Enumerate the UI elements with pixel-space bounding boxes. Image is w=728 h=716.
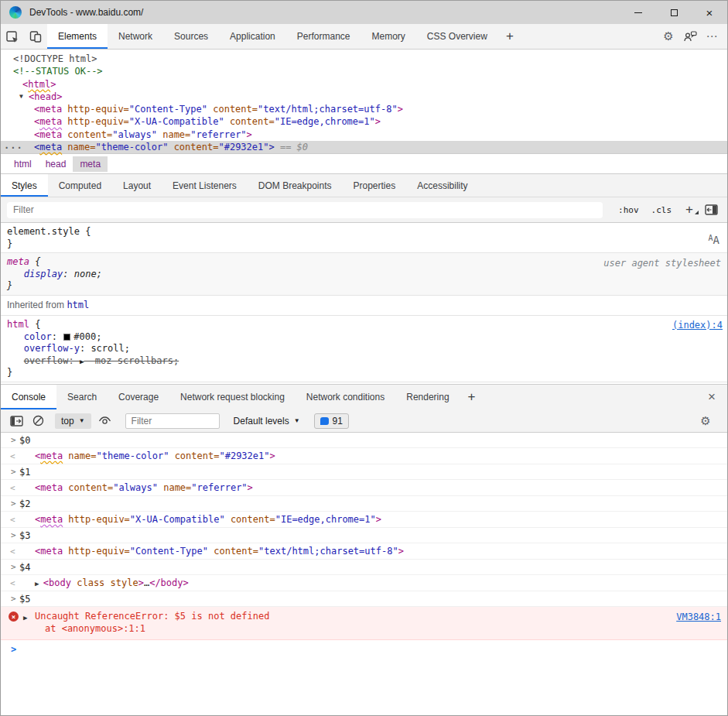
styles-filter-input[interactable] [7,202,603,218]
computed-styles-sidebar-icon[interactable] [701,204,721,215]
elements-sidebar-tab-bar: Styles Computed Layout Event Listeners D… [1,173,727,197]
console-input-row[interactable]: >$5 [1,591,727,607]
tab-performance[interactable]: Performance [286,24,361,49]
styles-filter-bar: :hov .cls + [1,197,727,223]
tab-layout[interactable]: Layout [112,174,162,197]
console-toolbar: top ▼ Default levels ▼ 91 ⚙ [1,409,727,433]
stylesheet-origin-label: user agent stylesheet [603,258,721,269]
edge-logo-icon [9,6,22,19]
tab-dom-breakpoints[interactable]: DOM Breakpoints [248,174,343,197]
new-style-rule-button[interactable]: + [678,202,701,218]
tab-sources[interactable]: Sources [163,24,219,49]
console-error-message[interactable]: × ▶ VM3848:1 Uncaught ReferenceError: $5… [1,607,727,640]
javascript-context-selector[interactable]: top ▼ [55,413,91,429]
clear-console-icon[interactable] [29,412,47,430]
inherited-from-header: Inherited from html [1,296,727,317]
dom-tree-panel: <!DOCTYPE html> <!--STATUS OK--> <html> … [1,50,727,153]
error-icon: × [9,612,19,622]
minimize-button[interactable] [620,1,656,24]
console-result-row[interactable]: <<meta http-equiv="X-UA-Compatible" cont… [1,512,727,528]
tab-network[interactable]: Network [108,24,163,49]
breadcrumb-head[interactable]: head [39,156,73,172]
inspect-element-button[interactable] [1,24,24,49]
device-emulation-button[interactable] [24,24,47,49]
tab-coverage[interactable]: Coverage [108,385,169,409]
tab-memory[interactable]: Memory [361,24,416,49]
title-bar: DevTools - www.baidu.com/ × [1,1,727,24]
output-chevron-icon: < [10,543,15,560]
log-levels-dropdown[interactable]: Default levels ▼ [234,416,300,427]
tab-elements[interactable]: Elements [47,24,108,49]
chevron-down-icon: ▼ [294,417,300,424]
window-controls: × [620,1,727,24]
breadcrumb-meta[interactable]: meta [73,156,108,172]
console-result-row[interactable]: <<meta http-equiv="Content-Type" content… [1,543,727,560]
dom-node-meta-referrer[interactable]: <meta content="always" name="referrer"> [1,128,727,141]
console-input-row[interactable]: >$4 [1,560,727,575]
html-style-rule[interactable]: (index):4 html { color: #000; overflow-y… [1,316,727,382]
tab-event-listeners[interactable]: Event Listeners [162,174,248,197]
more-options-icon[interactable]: ⋯ [701,29,723,43]
console-filter-input[interactable] [125,413,220,429]
maximize-button[interactable] [656,1,692,24]
console-input-row[interactable]: >$1 [1,464,727,480]
error-source-link[interactable]: VM3848:1 [676,611,721,623]
console-result-row[interactable]: <▶ <body class style>…</body> [1,575,727,591]
input-chevron-icon: > [11,464,16,480]
tab-computed[interactable]: Computed [48,174,112,197]
console-sidebar-toggle-icon[interactable] [7,412,26,430]
minimize-icon [634,12,642,13]
tab-css-overview[interactable]: CSS Overview [416,24,498,49]
console-prompt[interactable]: > [1,640,727,659]
collapse-arrow-icon[interactable]: ▼ [19,91,23,103]
error-text: Uncaught ReferenceError: $5 is not defin… [35,610,727,622]
close-drawer-button[interactable]: × [701,389,723,405]
breadcrumb-html[interactable]: html [7,156,39,172]
tab-console[interactable]: Console [1,385,56,409]
dom-node-comment[interactable]: <!--STATUS OK--> [1,65,727,77]
add-panel-button[interactable]: + [498,24,521,49]
dom-node-meta-content-type[interactable]: <meta http-equiv="Content-Type" content=… [1,103,727,115]
console-input-row[interactable]: >$2 [1,496,727,512]
console-settings-gear-icon[interactable]: ⚙ [695,414,716,428]
error-stack-line: at <anonymous>:1:1 [35,622,727,635]
expand-error-arrow-icon[interactable]: ▶ [23,612,27,624]
dom-node-meta-xua[interactable]: <meta http-equiv="X-UA-Compatible" conte… [1,115,727,128]
font-editor-icon[interactable]: AA [709,234,719,246]
tab-network-request-blocking[interactable]: Network request blocking [169,385,296,409]
element-classes-button[interactable]: .cls [645,205,678,215]
node-more-actions-icon[interactable]: ... [4,139,23,152]
tab-styles[interactable]: Styles [1,174,48,197]
tab-accessibility[interactable]: Accessibility [406,174,478,197]
dom-node-doctype[interactable]: <!DOCTYPE html> [1,53,727,65]
console-input-row[interactable]: >$0 [1,433,727,448]
output-chevron-icon: < [10,575,15,591]
dom-node-html[interactable]: <html> [1,78,727,91]
breadcrumb: html head meta [1,153,727,173]
input-chevron-icon: > [11,528,16,543]
add-drawer-panel-button[interactable]: + [460,385,484,409]
settings-gear-icon[interactable]: ⚙ [658,29,679,43]
issues-counter[interactable]: 91 [314,413,349,429]
toggle-element-state-button[interactable]: :hov [612,205,645,215]
inherited-node-link[interactable]: html [67,300,89,310]
console-input-row[interactable]: >$3 [1,528,727,543]
tab-network-conditions[interactable]: Network conditions [296,385,395,409]
close-window-button[interactable]: × [692,1,727,24]
dom-node-meta-theme-color-selected[interactable]: ... <meta name="theme-color" content="#2… [1,141,727,153]
tab-application[interactable]: Application [219,24,286,49]
console-result-row[interactable]: <<meta name="theme-color" content="#2932… [1,448,727,464]
element-style-rule[interactable]: element.style { } AA [1,223,727,253]
tab-rendering[interactable]: Rendering [395,385,460,409]
tab-search[interactable]: Search [56,385,108,409]
feedback-icon[interactable] [679,31,701,42]
dom-node-head[interactable]: ▼ <head> [1,91,727,103]
issues-bubble-icon [320,417,329,425]
live-expression-eye-icon[interactable] [96,412,114,430]
output-chevron-icon: < [10,512,15,528]
stylesheet-source-link[interactable]: (index):4 [672,320,723,331]
user-agent-style-rule[interactable]: user agent stylesheet meta { display: no… [1,253,727,296]
tab-properties[interactable]: Properties [343,174,407,197]
input-chevron-icon: > [11,496,16,512]
console-result-row[interactable]: <<meta content="always" name="referrer"> [1,480,727,496]
